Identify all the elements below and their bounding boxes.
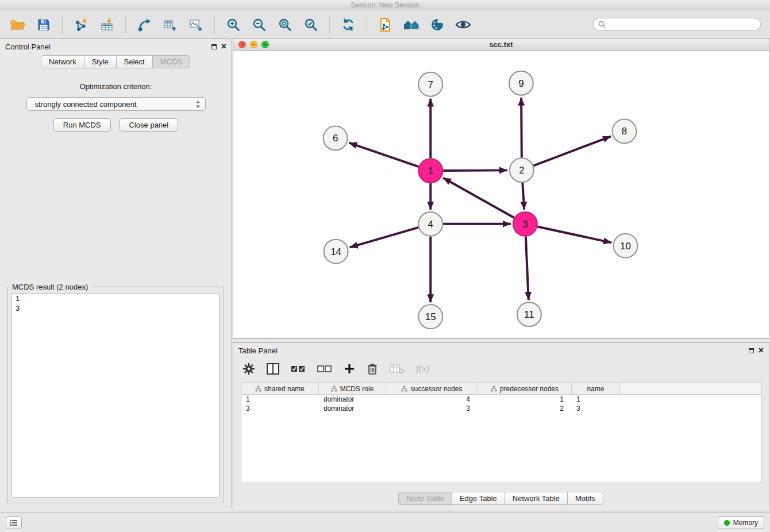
home-icon[interactable] bbox=[399, 13, 424, 36]
tree-icon bbox=[255, 385, 261, 392]
network-node-3[interactable]: 3 bbox=[513, 212, 537, 236]
network-document-icon[interactable] bbox=[374, 13, 398, 36]
tab-node-table[interactable]: Node Table bbox=[398, 492, 452, 505]
minimize-window-icon[interactable]: − bbox=[250, 41, 257, 48]
cell-name[interactable]: 1 bbox=[572, 395, 620, 403]
network-node-11[interactable]: 11 bbox=[517, 302, 541, 326]
network-canvas[interactable]: 7968124314101511 bbox=[233, 52, 769, 338]
control-panel: Control Panel × Network Style Select MCD… bbox=[0, 39, 232, 508]
result-item[interactable]: 1 bbox=[12, 294, 219, 303]
network-window: × − + scc.txt 7968124314101511 bbox=[233, 38, 769, 339]
search-box[interactable] bbox=[593, 18, 761, 31]
close-table-panel-icon[interactable]: × bbox=[759, 346, 764, 354]
tree-icon bbox=[491, 385, 497, 392]
tab-motifs[interactable]: Motifs bbox=[567, 492, 603, 505]
table-panel-title: Table Panel bbox=[238, 346, 278, 355]
export-image-icon[interactable] bbox=[184, 13, 208, 36]
close-window-icon[interactable]: × bbox=[238, 41, 246, 48]
optimization-criterion-label: Optimization criterion: bbox=[0, 82, 232, 91]
criterion-dropdown-value: strongly connected component bbox=[35, 100, 195, 109]
network-node-15[interactable]: 15 bbox=[418, 304, 442, 329]
delete-column-trash-icon[interactable] bbox=[367, 363, 378, 375]
export-table-icon[interactable] bbox=[158, 13, 182, 36]
zoom-fit-icon[interactable] bbox=[273, 13, 297, 36]
import-table-icon[interactable] bbox=[95, 13, 119, 36]
toolbar-separator bbox=[367, 16, 367, 33]
save-session-icon[interactable] bbox=[32, 13, 56, 36]
search-input[interactable] bbox=[609, 21, 756, 29]
zoom-selected-icon[interactable] bbox=[299, 13, 323, 36]
cell-mcds-role[interactable]: dominator bbox=[319, 404, 386, 413]
tab-style[interactable]: Style bbox=[84, 55, 117, 68]
export-network-icon[interactable] bbox=[132, 13, 156, 36]
task-history-list-icon[interactable] bbox=[6, 516, 22, 529]
network-edge-3-1[interactable] bbox=[443, 178, 514, 218]
table-settings-gear-icon[interactable] bbox=[242, 363, 255, 375]
close-panel-button[interactable]: Close panel bbox=[120, 118, 179, 132]
tab-mcds[interactable]: MCDS bbox=[152, 55, 190, 68]
column-header-predecessor-nodes[interactable]: predecessor nodes bbox=[478, 383, 572, 394]
zoom-out-icon[interactable] bbox=[247, 13, 271, 36]
show-columns-icon[interactable] bbox=[267, 363, 279, 375]
cell-shared-name[interactable]: 3 bbox=[241, 404, 319, 413]
create-column-plus-icon[interactable] bbox=[344, 363, 355, 375]
cell-mcds-role[interactable]: dominator bbox=[319, 395, 386, 403]
network-node-6[interactable]: 6 bbox=[324, 126, 348, 150]
table-row[interactable]: 1 dominator 4 1 1 bbox=[241, 395, 761, 404]
tab-network[interactable]: Network bbox=[41, 55, 84, 68]
open-session-icon[interactable] bbox=[6, 13, 30, 36]
network-edge-2-8[interactable] bbox=[533, 136, 611, 165]
network-edge-3-10[interactable] bbox=[537, 226, 611, 242]
node-table: shared name MCDS role successor nodes pr… bbox=[241, 383, 761, 483]
mcds-result-list[interactable]: 1 3 bbox=[11, 293, 220, 498]
cell-predecessor-nodes[interactable]: 1 bbox=[478, 395, 572, 403]
tab-network-table[interactable]: Network Table bbox=[505, 492, 568, 505]
cell-shared-name[interactable]: 1 bbox=[241, 395, 319, 403]
network-node-2[interactable]: 2 bbox=[510, 158, 534, 182]
select-all-columns-icon[interactable] bbox=[291, 364, 306, 374]
tab-edge-table[interactable]: Edge Table bbox=[452, 492, 505, 505]
cell-successor-nodes[interactable]: 3 bbox=[386, 404, 478, 413]
network-node-9[interactable]: 9 bbox=[509, 71, 533, 95]
network-node-7[interactable]: 7 bbox=[418, 72, 442, 97]
cell-predecessor-nodes[interactable]: 2 bbox=[478, 404, 572, 413]
control-panel-header: Control Panel × bbox=[0, 39, 232, 54]
network-node-10[interactable]: 10 bbox=[614, 234, 638, 258]
network-edge-3-11[interactable] bbox=[526, 237, 529, 300]
float-panel-icon[interactable] bbox=[211, 44, 217, 49]
control-panel-title: Control Panel bbox=[5, 43, 51, 51]
tab-select[interactable]: Select bbox=[116, 55, 153, 68]
eye-icon[interactable] bbox=[451, 13, 475, 36]
network-edge-2-9[interactable] bbox=[521, 98, 522, 158]
column-header-shared-name[interactable]: shared name bbox=[241, 383, 319, 394]
network-edge-2-3[interactable] bbox=[522, 183, 524, 210]
close-panel-icon[interactable]: × bbox=[221, 43, 226, 51]
import-network-icon[interactable] bbox=[69, 13, 93, 36]
toolbar-separator bbox=[329, 16, 330, 33]
zoom-in-icon[interactable] bbox=[221, 13, 245, 36]
visual-style-icon[interactable] bbox=[425, 13, 449, 36]
refresh-icon[interactable] bbox=[336, 13, 360, 36]
memory-button[interactable]: Memory bbox=[718, 516, 764, 529]
unselect-all-columns-icon[interactable] bbox=[317, 364, 332, 374]
network-edge-1-2[interactable] bbox=[443, 170, 507, 171]
network-node-4[interactable]: 4 bbox=[418, 212, 442, 236]
run-mcds-button[interactable]: Run MCDS bbox=[53, 118, 111, 132]
column-header-name[interactable]: name bbox=[572, 383, 620, 394]
memory-label: Memory bbox=[733, 519, 758, 527]
criterion-dropdown[interactable]: strongly connected component bbox=[26, 97, 206, 111]
network-node-1[interactable]: 1 bbox=[418, 159, 442, 183]
column-header-mcds-role[interactable]: MCDS role bbox=[319, 383, 386, 394]
result-item[interactable]: 3 bbox=[12, 303, 219, 313]
cell-successor-nodes[interactable]: 4 bbox=[386, 395, 478, 403]
column-header-successor-nodes[interactable]: successor nodes bbox=[386, 383, 478, 394]
float-table-panel-icon[interactable] bbox=[749, 348, 754, 353]
table-row[interactable]: 3 dominator 3 2 3 bbox=[241, 404, 761, 413]
mcds-result-title: MCDS result (2 nodes) bbox=[10, 283, 90, 291]
network-node-8[interactable]: 8 bbox=[613, 119, 637, 144]
cell-name[interactable]: 3 bbox=[572, 404, 620, 413]
network-edge-1-6[interactable] bbox=[349, 142, 418, 167]
network-edge-4-14[interactable] bbox=[350, 228, 419, 248]
network-node-14[interactable]: 14 bbox=[324, 240, 348, 264]
maximize-window-icon[interactable]: + bbox=[261, 41, 269, 48]
